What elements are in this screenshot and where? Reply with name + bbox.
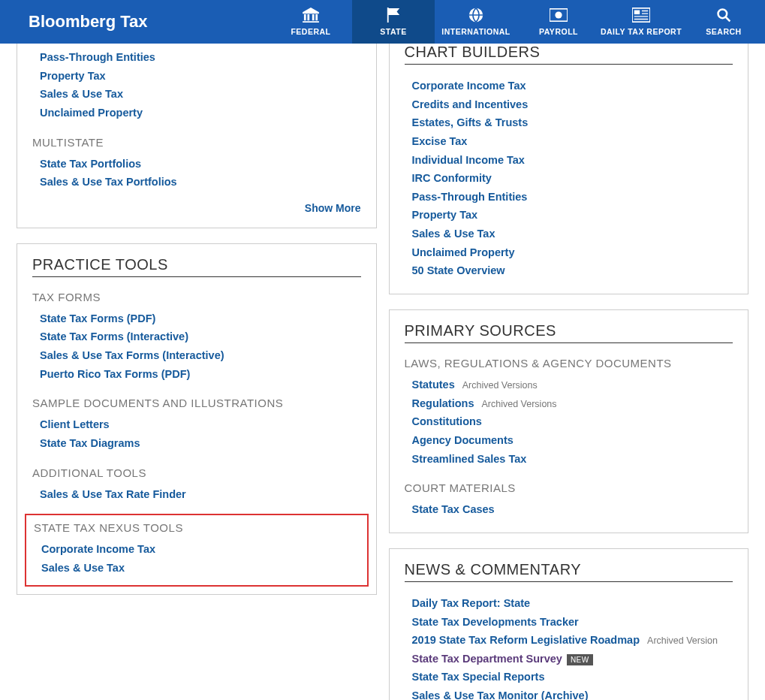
svg-point-2 xyxy=(555,11,562,18)
top-panel: Pass-Through Entities Property Tax Sales… xyxy=(17,44,377,228)
building-icon xyxy=(270,6,352,24)
link[interactable]: Corporate Income Tax xyxy=(41,540,360,559)
news-panel: NEWS & COMMENTARY Daily Tax Report: Stat… xyxy=(389,548,749,700)
subhead: LAWS, REGULATIONS & AGENCY DOCUMENTS xyxy=(405,357,733,370)
link[interactable]: Statutes xyxy=(412,376,455,394)
link[interactable]: IRC Conformity xyxy=(412,169,733,188)
link[interactable]: Puerto Rico Tax Forms (PDF) xyxy=(40,365,361,384)
link[interactable]: Sales & Use Tax Forms (Interactive) xyxy=(40,346,361,365)
left-column: Pass-Through Entities Property Tax Sales… xyxy=(17,44,377,700)
nav-payroll[interactable]: PAYROLL xyxy=(517,0,600,44)
subhead-multistate: MULTISTATE xyxy=(32,136,361,149)
link[interactable]: Corporate Income Tax xyxy=(412,77,733,95)
link[interactable]: Streamlined Sales Tax xyxy=(412,450,733,469)
link[interactable]: Property Tax xyxy=(412,206,733,225)
subhead: ADDITIONAL TOOLS xyxy=(32,466,361,479)
money-icon xyxy=(517,6,600,24)
nav-federal[interactable]: FEDERAL xyxy=(270,0,352,44)
chart-builders-panel: CHART BUILDERS Corporate Income Tax Cred… xyxy=(389,44,749,294)
panel-title: CHART BUILDERS xyxy=(405,44,733,65)
panel-title: NEWS & COMMENTARY xyxy=(405,561,733,582)
archived-link[interactable]: Archived Versions xyxy=(462,380,538,391)
link[interactable]: Sales & Use Tax xyxy=(41,559,360,578)
link[interactable]: Sales & Use Tax Monitor (Archive) xyxy=(412,686,733,700)
link[interactable]: Individual Income Tax xyxy=(412,151,733,170)
search-icon xyxy=(682,6,765,24)
archived-link[interactable]: Archived Versions xyxy=(481,399,556,409)
nav-search[interactable]: SEARCH xyxy=(682,0,765,44)
show-more-link[interactable]: Show More xyxy=(32,202,361,214)
link[interactable]: Regulations xyxy=(412,394,474,413)
link[interactable]: Property Tax xyxy=(40,67,361,86)
link[interactable]: Agency Documents xyxy=(412,431,733,450)
primary-sources-panel: PRIMARY SOURCES LAWS, REGULATIONS & AGEN… xyxy=(389,309,749,533)
link[interactable]: Unclaimed Property xyxy=(412,243,733,262)
right-column: CHART BUILDERS Corporate Income Tax Cred… xyxy=(389,44,749,700)
flag-icon xyxy=(352,6,435,24)
panel-title: PRIMARY SOURCES xyxy=(405,322,733,343)
nav-daily-tax-report[interactable]: DAILY TAX REPORT xyxy=(600,0,682,44)
link[interactable]: Credits and Incentives xyxy=(412,95,733,114)
app-header: Bloomberg Tax FEDERAL STATE INTERNATIONA… xyxy=(0,0,765,44)
logo: Bloomberg Tax xyxy=(0,0,270,44)
link[interactable]: State Tax Forms (PDF) xyxy=(40,309,361,328)
nav-state[interactable]: STATE xyxy=(352,0,435,44)
link[interactable]: Pass-Through Entities xyxy=(412,188,733,207)
top-nav: FEDERAL STATE INTERNATIONAL PAYROLL DAIL… xyxy=(270,0,765,44)
link[interactable]: Daily Tax Report: State xyxy=(412,594,733,613)
link[interactable]: Sales & Use Tax Portfolios xyxy=(40,173,361,192)
main-content: Pass-Through Entities Property Tax Sales… xyxy=(0,44,765,700)
link[interactable]: Sales & Use Tax Rate Finder xyxy=(40,485,361,504)
link[interactable]: Estates, Gifts & Trusts xyxy=(412,113,733,132)
link[interactable]: State Tax Developments Tracker xyxy=(412,613,733,632)
link[interactable]: State Tax Special Reports xyxy=(412,668,733,686)
nexus-highlight: STATE TAX NEXUS TOOLS Corporate Income T… xyxy=(25,514,369,586)
svg-rect-4 xyxy=(634,11,640,15)
link[interactable]: Pass-Through Entities xyxy=(40,48,361,67)
subhead: COURT MATERIALS xyxy=(405,481,733,494)
link[interactable]: Sales & Use Tax xyxy=(412,225,733,243)
nav-international[interactable]: INTERNATIONAL xyxy=(435,0,517,44)
subhead: SAMPLE DOCUMENTS AND ILLUSTRATIONS xyxy=(32,397,361,409)
newspaper-icon xyxy=(600,6,682,24)
link[interactable]: Unclaimed Property xyxy=(40,104,361,122)
link[interactable]: 50 State Overview xyxy=(412,261,733,280)
link[interactable]: State Tax Portfolios xyxy=(40,155,361,173)
subhead: STATE TAX NEXUS TOOLS xyxy=(34,521,360,534)
link[interactable]: 2019 State Tax Reform Legislative Roadma… xyxy=(412,631,640,650)
panel-title: PRACTICE TOOLS xyxy=(32,256,361,277)
link[interactable]: State Tax Cases xyxy=(412,500,733,519)
link[interactable]: State Tax Forms (Interactive) xyxy=(40,327,361,346)
link[interactable]: Constitutions xyxy=(412,412,733,431)
link[interactable]: Excise Tax xyxy=(412,132,733,151)
link[interactable]: Sales & Use Tax xyxy=(40,85,361,104)
link[interactable]: Client Letters xyxy=(40,415,361,434)
link[interactable]: State Tax Diagrams xyxy=(40,434,361,453)
archived-link[interactable]: Archived Version xyxy=(647,635,718,646)
globe-icon xyxy=(435,6,517,24)
subhead: TAX FORMS xyxy=(32,291,361,303)
svg-point-5 xyxy=(718,10,727,19)
link[interactable]: State Tax Department Survey xyxy=(412,650,562,668)
practice-tools-panel: PRACTICE TOOLS TAX FORMS State Tax Forms… xyxy=(17,243,377,595)
new-badge: NEW xyxy=(567,654,593,665)
